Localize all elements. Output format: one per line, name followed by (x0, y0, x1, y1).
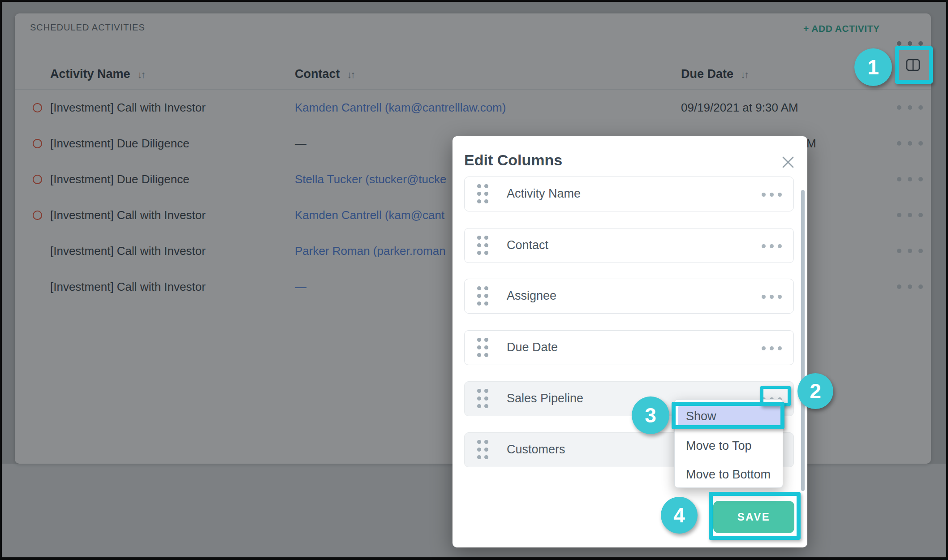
modal-title: Edit Columns (464, 151, 562, 169)
drag-handle-icon[interactable] (477, 338, 488, 357)
column-item-kebab[interactable] (762, 346, 782, 350)
column-item-kebab[interactable] (762, 294, 782, 299)
modal-scrollbar[interactable] (801, 190, 805, 491)
highlight-box-show-menu-item (672, 402, 784, 429)
highlight-box-edit-columns-button (895, 46, 933, 84)
annotation-circle-4: 4 (661, 497, 698, 534)
column-item-due-date[interactable]: Due Date (464, 330, 794, 365)
column-item-activity-name[interactable]: Activity Name (464, 177, 794, 211)
column-item-kebab[interactable] (762, 244, 782, 248)
annotation-circle-1: 1 (854, 48, 892, 86)
drag-handle-icon[interactable] (477, 184, 488, 203)
drag-handle-icon[interactable] (477, 236, 488, 255)
column-item-kebab[interactable] (762, 192, 782, 197)
close-icon[interactable] (781, 155, 795, 169)
column-item-contact[interactable]: Contact (464, 228, 794, 263)
menu-item-move-to-bottom[interactable]: Move to Bottom (686, 464, 771, 485)
annotation-circle-2: 2 (797, 373, 833, 409)
drag-handle-icon[interactable] (477, 440, 488, 459)
column-item-assignee[interactable]: Assignee (464, 279, 794, 314)
menu-item-move-to-top[interactable]: Move to Top (686, 435, 752, 457)
annotation-circle-3: 3 (632, 396, 669, 434)
screenshot-frame: SCHEDULED ACTIVITIES + ADD ACTIVITY Acti… (0, 0, 948, 560)
highlight-box-save-button (709, 492, 801, 540)
drag-handle-icon[interactable] (477, 286, 488, 306)
drag-handle-icon[interactable] (477, 389, 488, 408)
